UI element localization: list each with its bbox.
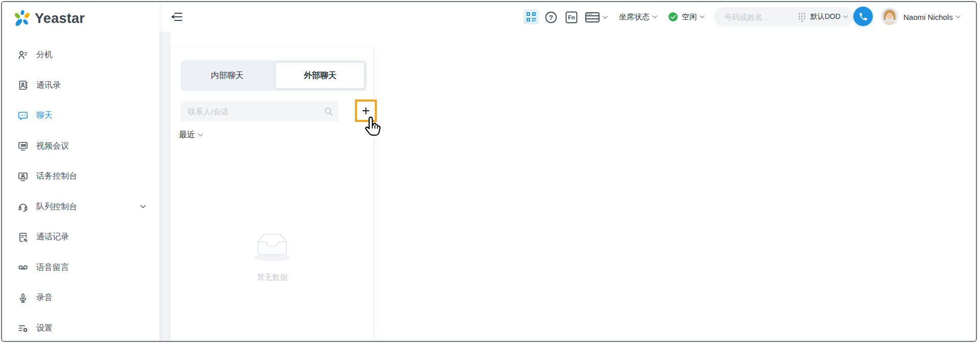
contact-search-box xyxy=(181,101,339,121)
voicemail-icon xyxy=(17,262,29,273)
sidebar-item-label: 分机 xyxy=(36,50,53,60)
sidebar-item-call-logs[interactable]: 通话记录 xyxy=(2,222,159,253)
tab-label: 外部聊天 xyxy=(304,70,337,81)
sidebar-item-label: 录音 xyxy=(36,292,53,303)
tab-label: 内部聊天 xyxy=(211,70,244,81)
empty-chat-illustration xyxy=(975,229,977,334)
tab-internal-chat[interactable]: 内部聊天 xyxy=(181,60,274,91)
chevron-down-icon xyxy=(955,15,961,19)
sidebar-item-label: 语音留言 xyxy=(36,262,69,273)
yeastar-logo: Yeastar xyxy=(13,9,85,28)
presence-label: 空闲 xyxy=(682,12,697,22)
chat-search-row: + xyxy=(181,101,367,122)
chat-tabs: 内部聊天 外部聊天 xyxy=(181,60,367,91)
empty-state: 暂无数据 xyxy=(171,230,374,282)
sidebar: Yeastar 分机 通讯录 聊天 xyxy=(2,2,159,341)
sidebar-item-voicemail[interactable]: 语音留言 xyxy=(2,253,159,283)
qr-code-icon[interactable] xyxy=(523,9,539,24)
queue-console-icon xyxy=(17,201,29,212)
chevron-down-icon xyxy=(700,15,705,19)
window-layout-icon[interactable] xyxy=(585,11,608,23)
sidebar-item-video-conference[interactable]: 视频会议 xyxy=(2,131,159,162)
yeastar-logo-icon xyxy=(13,9,31,28)
phone-call-button[interactable] xyxy=(853,7,873,26)
video-conference-icon xyxy=(17,140,29,152)
sidebar-item-label: 通话记录 xyxy=(36,232,69,242)
sidebar-nav: 分机 通讯录 聊天 视频会议 xyxy=(2,40,159,342)
content-gutter xyxy=(159,32,171,341)
chat-icon xyxy=(17,110,29,121)
phone-call-icon xyxy=(858,12,868,21)
help-icon[interactable]: ? xyxy=(545,11,557,23)
plus-icon: + xyxy=(362,104,370,118)
sidebar-item-chat[interactable]: 聊天 xyxy=(2,101,159,131)
user-menu[interactable]: Naomi Nichols xyxy=(903,2,961,32)
operator-console-icon xyxy=(17,171,29,182)
tab-external-chat[interactable]: 外部聊天 xyxy=(274,60,367,91)
agent-status-dropdown[interactable]: 坐席状态 xyxy=(619,2,657,32)
sidebar-item-operator-console[interactable]: 话务控制台 xyxy=(2,161,159,192)
presence-dropdown[interactable]: 空闲 xyxy=(668,2,705,32)
sidebar-item-label: 通讯录 xyxy=(36,80,61,91)
recent-filter-label: 最近 xyxy=(179,130,195,140)
chevron-down-icon xyxy=(843,15,848,19)
new-chat-button[interactable]: + xyxy=(355,100,377,122)
contact-search-input[interactable] xyxy=(181,101,339,121)
settings-icon xyxy=(17,323,29,334)
user-name: Naomi Nichols xyxy=(903,13,953,21)
contacts-icon xyxy=(17,80,29,91)
recording-icon xyxy=(17,292,29,304)
sidebar-item-label: 设置 xyxy=(36,323,53,334)
presence-available-icon xyxy=(668,12,678,21)
sidebar-item-label: 视频会议 xyxy=(36,141,69,152)
chevron-down-icon xyxy=(198,133,203,137)
dod-dropdown[interactable]: 默认DOD xyxy=(810,12,841,21)
sidebar-item-label: 聊天 xyxy=(36,110,53,121)
search-icon xyxy=(324,107,333,116)
sidebar-item-contacts[interactable]: 通讯录 xyxy=(2,70,159,101)
sidebar-item-label: 队列控制台 xyxy=(36,202,77,212)
agent-status-label: 坐席状态 xyxy=(619,12,650,22)
chevron-down-icon xyxy=(603,16,608,19)
brand-name: Yeastar xyxy=(35,11,85,27)
svg-text:Fn: Fn xyxy=(568,14,575,20)
sidebar-item-settings[interactable]: 设置 xyxy=(2,313,159,342)
empty-state-text: 暂无数据 xyxy=(171,273,374,282)
chevron-down-icon xyxy=(652,15,657,19)
app-window: Yeastar 分机 通讯录 聊天 xyxy=(1,1,977,342)
dial-search-input[interactable] xyxy=(724,13,795,21)
empty-inbox-icon xyxy=(250,230,294,262)
sidebar-item-recordings[interactable]: 录音 xyxy=(2,283,159,313)
sidebar-item-label: 话务控制台 xyxy=(36,171,77,182)
dial-search-pill: 默认DOD xyxy=(714,7,854,27)
chevron-down-icon xyxy=(140,205,146,209)
recent-filter-dropdown[interactable]: 最近 xyxy=(179,130,203,140)
sidebar-item-extensions[interactable]: 分机 xyxy=(2,40,159,70)
sidebar-item-queue-console[interactable]: 队列控制台 xyxy=(2,192,159,223)
top-bar: ? Fn 坐席状态 空闲 xyxy=(159,2,976,32)
svg-text:?: ? xyxy=(549,14,553,21)
dialpad-icon[interactable] xyxy=(798,12,806,22)
user-avatar[interactable] xyxy=(881,8,898,25)
call-log-icon xyxy=(17,232,29,243)
extension-icon xyxy=(17,50,29,61)
chat-list-panel: 内部聊天 外部聊天 + 最近 xyxy=(171,47,374,341)
collapse-sidebar-icon[interactable] xyxy=(171,11,183,22)
chat-conversation-area xyxy=(374,32,976,341)
fn-shortcut-icon[interactable]: Fn xyxy=(565,11,578,23)
